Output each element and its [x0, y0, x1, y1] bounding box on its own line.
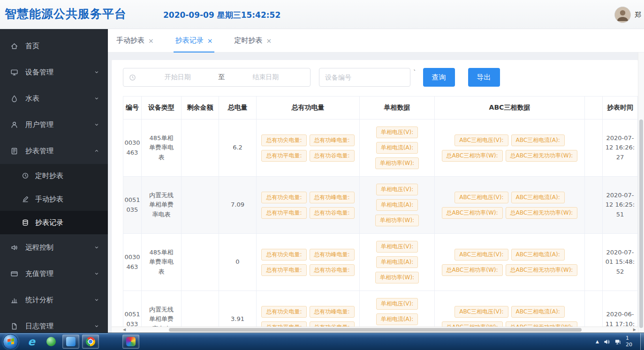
energy-peak-button[interactable]: 总有功峰电量: [310, 192, 355, 203]
single-voltage-button[interactable]: 单相电压(V): [376, 241, 418, 253]
close-icon[interactable]: × [148, 37, 154, 45]
abc-power-button[interactable]: 总ABC三相功率(W): [442, 264, 503, 276]
single-power-button[interactable]: 单相功率(W): [375, 272, 419, 283]
sidebar-nav: 首页 设备管理 水表 用户管理 抄表管理 [0, 29, 108, 333]
sidebar-item-devices[interactable]: 设备管理 [0, 59, 108, 85]
energy-sharp-button[interactable]: 总有功尖电量: [261, 134, 306, 146]
abc-current-button[interactable]: ABC三相电流(A): [511, 134, 565, 146]
end-date-input[interactable]: 结束日期 [227, 73, 305, 82]
sidebar-item-manual-reading[interactable]: 手动抄表 [0, 187, 108, 211]
taskbar-clock[interactable]: 1 20 [626, 335, 636, 349]
export-button[interactable]: 导出 [468, 68, 500, 87]
query-button[interactable]: 查询 [423, 68, 455, 87]
sidebar-item-home[interactable]: 首页 [0, 33, 108, 59]
content-card: 开始日期 至 结束日期 ` 查询 导出 编号 设备类型 剩余金额 总电量 总有功… [112, 60, 638, 333]
abc-reactive-power-button[interactable]: 总ABC三相无功功率(W): [506, 150, 578, 162]
sidebar-item-label: 统计分析 [25, 296, 53, 305]
cell-read-time: 2020-07-12 16:26:27 [603, 119, 638, 176]
close-icon[interactable]: × [266, 37, 272, 45]
sidebar-item-logs[interactable]: 日志管理 [0, 313, 108, 333]
start-date-input[interactable]: 开始日期 [139, 73, 217, 82]
table-row: 0030463 485单相单费率电表 0 总有功尖电量:总有功峰电量: 总有功平… [123, 234, 638, 291]
abc-voltage-button[interactable]: ABC三相电压(V): [455, 249, 508, 261]
abc-voltage-button[interactable]: ABC三相电压(V): [455, 306, 508, 318]
abc-current-button[interactable]: ABC三相电流(A): [511, 192, 565, 203]
clock-icon [129, 74, 136, 81]
book-icon [10, 147, 19, 155]
sidebar-item-users[interactable]: 用户管理 [0, 112, 108, 138]
network-icon[interactable] [614, 338, 621, 345]
header-active-energy: 总有功电量 [257, 97, 360, 119]
sidebar-item-statistics[interactable]: 统计分析 [0, 287, 108, 313]
show-hidden-icons[interactable]: ▲ [596, 339, 599, 344]
sidebar-item-remote-control[interactable]: 远程控制 [0, 234, 108, 261]
energy-peak-button[interactable]: 总有功峰电量: [310, 306, 355, 318]
scroll-right-icon[interactable]: ▶ [633, 328, 636, 332]
header-read-time: 抄表时间 [603, 97, 638, 119]
cell-device-id: 0030463 [123, 234, 142, 290]
tab-reading-records[interactable]: 抄表记录 × [171, 29, 218, 52]
energy-flat-button[interactable]: 总有功平电量: [261, 150, 306, 162]
horizontal-scrollbar-thumb[interactable] [169, 328, 582, 332]
abc-power-button[interactable]: 总ABC三相功率(W): [442, 207, 503, 219]
close-icon[interactable]: × [207, 37, 213, 45]
start-button[interactable] [3, 334, 18, 350]
abc-power-button[interactable]: 总ABC三相功率(W): [442, 150, 503, 162]
energy-sharp-button[interactable]: 总有功尖电量: [261, 249, 306, 261]
abc-voltage-button[interactable]: ABC三相电压(V): [455, 192, 508, 203]
sidebar-item-water-meter[interactable]: 水表 [0, 85, 108, 112]
single-current-button[interactable]: 单相电流(A): [376, 142, 418, 154]
single-current-button[interactable]: 单相电流(A): [376, 313, 418, 325]
cell-abc-phase: ABC三相电压(V):ABC三相电流(A): 总ABC三相功率(W):总ABC三… [435, 234, 585, 290]
table-row: 0051035 内置无线单相单费率电表 7.09 总有功尖电量:总有功峰电量: … [123, 177, 638, 234]
energy-valley-button[interactable]: 总有功谷电量: [310, 150, 355, 162]
abc-reactive-power-button[interactable]: 总ABC三相无功功率(W): [506, 264, 578, 276]
windows-flag-icon [8, 338, 14, 344]
volume-icon[interactable] [603, 338, 610, 345]
sidebar-item-reading-records[interactable]: 抄表记录 [0, 211, 108, 234]
user-avatar[interactable] [614, 7, 631, 23]
sidebar-item-meter-reading[interactable]: 抄表管理 [0, 138, 108, 164]
single-voltage-button[interactable]: 单相电压(V): [376, 184, 418, 195]
single-current-button[interactable]: 单相电流(A): [376, 256, 418, 268]
username-label[interactable]: 郑 [635, 11, 643, 19]
device-number-input[interactable] [319, 68, 410, 87]
tab-scheduled-reading[interactable]: 定时抄表 × [229, 29, 276, 52]
sidebar-item-scheduled-reading[interactable]: 定时抄表 [0, 164, 108, 187]
blue-app-icon[interactable] [62, 335, 79, 349]
green-browser-icon[interactable] [43, 335, 60, 349]
system-tray: ▲ 1 20 [596, 333, 644, 350]
energy-sharp-button[interactable]: 总有功尖电量: [261, 306, 306, 318]
energy-peak-button[interactable]: 总有功峰电量: [310, 249, 355, 261]
abc-voltage-button[interactable]: ABC三相电压(V): [455, 134, 508, 146]
tab-manual-reading[interactable]: 手动抄表 × [112, 29, 159, 52]
sidebar-item-recharge[interactable]: 充值管理 [0, 261, 108, 287]
single-voltage-button[interactable]: 单相电压(V): [376, 298, 418, 310]
single-power-button[interactable]: 单相功率(W): [375, 157, 419, 169]
vertical-scrollbar-thumb[interactable] [639, 119, 643, 328]
colorful-app-icon[interactable] [122, 335, 139, 349]
chrome-icon[interactable] [82, 335, 99, 349]
single-voltage-button[interactable]: 单相电压(V): [376, 127, 418, 138]
scroll-left-icon[interactable]: ◀ [123, 328, 126, 332]
date-range-picker[interactable]: 开始日期 至 结束日期 [123, 68, 311, 87]
energy-flat-button[interactable]: 总有功平电量: [261, 207, 306, 219]
single-power-button[interactable]: 单相功率(W): [375, 215, 419, 226]
abc-current-button[interactable]: ABC三相电流(A): [511, 249, 565, 261]
energy-peak-button[interactable]: 总有功峰电量: [310, 134, 355, 146]
energy-sharp-button[interactable]: 总有功尖电量: [261, 192, 306, 203]
app-header: 智慧能源公共服务平台 2020-09-09 星期三15:42:52 郑 [0, 0, 644, 29]
energy-valley-button[interactable]: 总有功谷电量: [310, 264, 355, 276]
sidebar-item-label: 远程控制 [25, 243, 53, 252]
abc-current-button[interactable]: ABC三相电流(A): [511, 306, 565, 318]
energy-flat-button[interactable]: 总有功平电量: [261, 264, 306, 276]
cell-read-time: 2020-07-01 15:48:52 [603, 234, 638, 290]
chevron-down-icon [94, 245, 99, 250]
abc-reactive-power-button[interactable]: 总ABC三相无功功率(W): [506, 207, 578, 219]
show-desktop-button[interactable] [640, 333, 644, 350]
energy-valley-button[interactable]: 总有功谷电量: [310, 207, 355, 219]
internet-explorer-icon[interactable]: e [23, 335, 40, 349]
home-icon [10, 42, 19, 50]
single-current-button[interactable]: 单相电流(A): [376, 199, 418, 211]
meter-reading-submenu: 定时抄表 手动抄表 抄表记录 [0, 164, 108, 234]
